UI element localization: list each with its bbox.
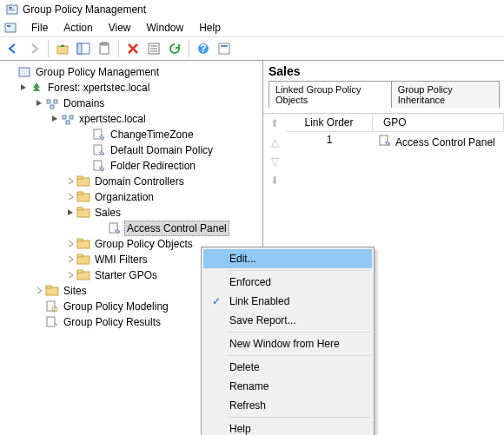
col-linkorder[interactable]: Link Order <box>286 114 373 131</box>
svg-rect-23 <box>70 115 73 119</box>
tree-domain[interactable]: xpertstec.local <box>2 111 261 127</box>
expander-icon[interactable] <box>49 114 61 124</box>
gpo-link-icon <box>92 143 106 157</box>
tabs: Linked Group Policy Objects Group Policy… <box>269 80 499 108</box>
options-button[interactable] <box>215 39 234 58</box>
delete-button[interactable] <box>123 39 143 58</box>
svg-rect-45 <box>47 317 55 326</box>
svg-rect-33 <box>77 208 83 210</box>
svg-rect-40 <box>77 270 83 273</box>
clipboard-button[interactable] <box>95 39 114 58</box>
svg-rect-17 <box>221 45 228 47</box>
expander-icon[interactable] <box>64 192 76 202</box>
expander-icon[interactable] <box>64 270 76 280</box>
show-hide-button[interactable] <box>74 39 93 58</box>
ou-icon <box>76 190 90 204</box>
menu-view[interactable]: View <box>102 20 138 36</box>
tab-linked-gpos[interactable]: Linked Group Policy Objects <box>269 81 392 108</box>
app-icon <box>5 3 19 16</box>
menu-action[interactable]: Action <box>56 20 99 36</box>
cell-gpo: Access Control Panel <box>373 132 504 152</box>
svg-rect-19 <box>47 100 50 103</box>
svg-rect-3 <box>5 23 16 32</box>
gpo-link-icon <box>92 128 106 142</box>
expander-icon[interactable] <box>64 239 76 249</box>
cm-rename[interactable]: Rename <box>203 377 372 396</box>
tree-forest-label: Forest: xpertstec.local <box>46 81 151 95</box>
properties-button[interactable] <box>144 39 163 58</box>
refresh-button[interactable] <box>165 39 184 58</box>
ou-icon <box>76 206 90 220</box>
cm-enforced[interactable]: Enforced <box>203 273 372 292</box>
svg-rect-18 <box>19 68 30 76</box>
cm-delete[interactable]: Delete <box>203 358 372 377</box>
tree-organization[interactable]: Organization <box>2 189 261 205</box>
cm-label: Link Enabled <box>229 295 289 307</box>
svg-rect-43 <box>47 301 55 311</box>
tree-accesscontrolpanel[interactable]: Access Control Panel <box>2 221 261 236</box>
forward-button[interactable] <box>24 39 43 58</box>
cm-refresh[interactable]: Refresh <box>203 396 372 415</box>
tree-item-label: ChangeTimeZone <box>109 128 196 142</box>
tree-domaincontrollers[interactable]: Domain Controllers <box>2 174 261 189</box>
up-button[interactable] <box>53 39 72 58</box>
svg-rect-22 <box>63 115 66 119</box>
cell-gpo-label: Access Control Panel <box>395 136 495 148</box>
expander-icon[interactable] <box>33 98 45 109</box>
svg-rect-31 <box>77 192 83 194</box>
svg-rect-16 <box>219 43 229 54</box>
tree-item-label: Access Control Panel <box>124 221 229 236</box>
tree-changetimezone[interactable]: ChangeTimeZone <box>2 127 261 142</box>
move-bottom-button[interactable]: ⬇ <box>267 175 282 187</box>
title-bar: Group Policy Management <box>0 0 504 19</box>
move-up-button[interactable]: △ <box>267 136 282 148</box>
back-button[interactable] <box>3 39 23 58</box>
cm-savereport[interactable]: Save Report... <box>203 311 372 330</box>
tree-item-label: Group Policy Modeling <box>62 300 170 313</box>
tree-root-label: Group Policy Management <box>34 65 161 79</box>
col-gpo[interactable]: GPO <box>373 114 504 131</box>
expander-icon[interactable] <box>17 82 30 93</box>
menu-bar: File Action View Window Help <box>0 19 504 36</box>
tree-domains[interactable]: Domains <box>2 96 261 111</box>
tree-folderredirection[interactable]: Folder Redirection <box>2 158 261 174</box>
tree-sales[interactable]: Sales <box>2 205 261 221</box>
gpo-link-icon <box>378 134 392 150</box>
gpm-icon <box>17 65 31 79</box>
table-header: Link Order GPO <box>286 114 504 132</box>
window-title: Group Policy Management <box>23 3 146 16</box>
tree-root[interactable]: Group Policy Management <box>2 64 261 80</box>
table-row[interactable]: 1 Access Control Panel <box>286 132 504 152</box>
cm-label: Save Report... <box>229 314 296 326</box>
expander-icon[interactable] <box>33 286 45 296</box>
results-icon <box>45 315 59 329</box>
svg-rect-4 <box>7 25 10 27</box>
tab-inheritance[interactable]: Group Policy Inheritance <box>391 81 500 108</box>
help-button[interactable]: ? <box>194 39 213 58</box>
ou-icon <box>76 175 90 188</box>
menu-file[interactable]: File <box>24 20 55 36</box>
svg-rect-20 <box>54 100 57 103</box>
tree-item-label: Sales <box>93 206 123 220</box>
expander-icon[interactable] <box>64 254 76 265</box>
cm-newwindow[interactable]: New Window from Here <box>203 334 372 353</box>
folder-icon <box>76 237 90 251</box>
cm-label: Delete <box>229 361 260 373</box>
expander-icon[interactable] <box>64 176 76 187</box>
tree-forest[interactable]: Forest: xpertstec.local <box>2 80 261 96</box>
move-down-button[interactable]: ▽ <box>267 155 282 168</box>
menu-help[interactable]: Help <box>192 20 228 36</box>
cm-edit[interactable]: Edit... <box>203 249 372 268</box>
cm-linkenabled[interactable]: ✓Link Enabled <box>203 292 372 311</box>
detail-heading: Sales <box>269 64 499 78</box>
tree-defaultdomainpolicy[interactable]: Default Domain Policy <box>2 142 261 158</box>
svg-text:?: ? <box>200 43 206 55</box>
forest-icon <box>30 81 43 95</box>
expander-icon[interactable] <box>64 208 76 218</box>
tree-item-label: WMI Filters <box>93 253 149 267</box>
sites-icon <box>45 284 59 298</box>
move-top-button[interactable]: ⬆ <box>267 117 282 129</box>
cm-label: New Window from Here <box>229 338 340 350</box>
menu-window[interactable]: Window <box>140 20 191 36</box>
cm-help[interactable]: Help <box>203 419 372 435</box>
